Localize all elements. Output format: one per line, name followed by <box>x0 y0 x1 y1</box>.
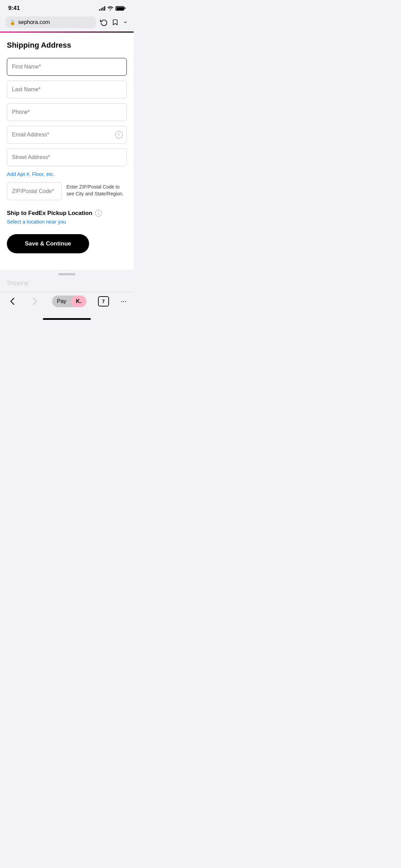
zip-hint: Enter ZIP/Postal Code to see City and St… <box>66 182 127 197</box>
forward-button[interactable] <box>29 297 40 306</box>
bookmark-button[interactable] <box>112 19 119 26</box>
phone-input[interactable] <box>7 103 127 121</box>
zip-row: Enter ZIP/Postal Code to see City and St… <box>7 182 127 200</box>
save-continue-button[interactable]: Save & Continue <box>7 234 89 253</box>
ellipsis-icon: ··· <box>121 297 127 305</box>
street-address-input[interactable] <box>7 148 127 166</box>
more-options-button[interactable]: ··· <box>121 297 127 306</box>
email-field-wrapper: i <box>7 126 127 144</box>
fedex-title-row: Ship to FedEx Pickup Location i <box>7 210 127 217</box>
fedex-info-button[interactable]: i <box>95 210 102 217</box>
add-apt-link[interactable]: Add Apt #, Floor, etc. <box>7 171 127 177</box>
last-name-input[interactable] <box>7 81 127 98</box>
url-text: sephora.com <box>18 19 50 25</box>
home-bar <box>43 318 91 320</box>
pay-klarna-group[interactable]: Pay K. <box>52 296 86 307</box>
shipping-label: Shipping <box>7 278 127 292</box>
chevron-down-button[interactable] <box>123 20 128 24</box>
klarna-button[interactable]: K. <box>71 296 86 307</box>
address-bar[interactable]: 🔒 sephora.com <box>5 16 96 28</box>
pay-label: Pay <box>52 296 71 307</box>
klarna-label: K. <box>76 298 82 304</box>
scroll-indicator-wrapper <box>7 270 127 278</box>
signal-icon <box>99 6 105 11</box>
email-info-button[interactable]: i <box>115 131 123 138</box>
section-title: Shipping Address <box>7 41 127 50</box>
browser-bar: 🔒 sephora.com <box>0 14 134 32</box>
status-time: 9:41 <box>8 5 20 12</box>
zip-input[interactable] <box>7 182 62 200</box>
bottom-section: Shipping <box>0 270 134 292</box>
lock-icon: 🔒 <box>10 20 15 25</box>
progress-fill <box>0 32 134 33</box>
fedex-section: Ship to FedEx Pickup Location i Select a… <box>7 210 127 225</box>
battery-icon <box>116 6 125 11</box>
refresh-button[interactable] <box>100 19 108 26</box>
browser-nav: Pay K. 7 ··· <box>0 292 134 315</box>
scroll-indicator <box>58 273 75 275</box>
tabs-count-button[interactable]: 7 <box>98 296 109 306</box>
home-bar-wrapper <box>0 315 134 321</box>
back-button[interactable] <box>7 297 18 306</box>
fedex-title: Ship to FedEx Pickup Location <box>7 210 92 217</box>
status-bar: 9:41 <box>0 0 134 14</box>
page-content: Shipping Address i Add Apt #, Floor, etc… <box>0 33 134 270</box>
email-input[interactable] <box>7 126 127 144</box>
wifi-icon <box>107 5 113 11</box>
status-icons <box>99 5 125 11</box>
first-name-input[interactable] <box>7 58 127 76</box>
select-location-link[interactable]: Select a location near you <box>7 219 127 225</box>
page-progress-bar <box>0 32 134 33</box>
